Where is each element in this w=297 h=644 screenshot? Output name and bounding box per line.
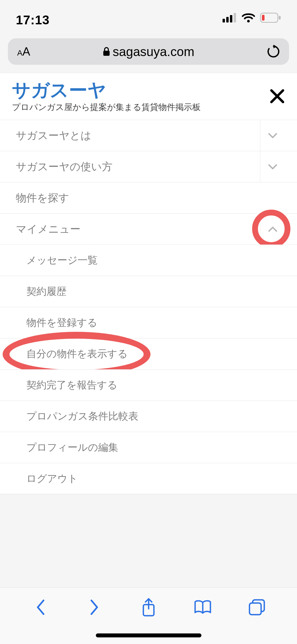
menu-item-mymenu[interactable]: マイメニュー	[0, 213, 297, 245]
brand-block[interactable]: サガスーヤ プロパンガス屋から提案が集まる賃貸物件掲示板	[12, 81, 201, 113]
address-domain: sagasuya.com	[113, 44, 195, 59]
submenu-item-edit-profile[interactable]: プロフィールの編集	[0, 432, 297, 463]
menu-label: サガスーヤとは	[16, 128, 91, 143]
nav-back-button[interactable]	[30, 597, 51, 618]
chevron-left-icon	[35, 599, 46, 616]
svg-rect-8	[103, 51, 110, 56]
share-icon	[141, 598, 156, 617]
status-time: 17:13	[16, 13, 50, 27]
page-header: サガスーヤ プロパンガス屋から提案が集まる賃貸物件掲示板	[0, 73, 297, 120]
submenu-label: 自分の物件を表示する	[26, 347, 128, 361]
svg-rect-11	[249, 603, 261, 615]
menu-item-about[interactable]: サガスーヤとは	[0, 120, 297, 151]
address-url[interactable]: sagasuya.com	[103, 44, 195, 59]
svg-rect-0	[223, 19, 225, 22]
submenu-label: 物件を登録する	[26, 316, 97, 329]
tabs-icon	[248, 599, 265, 616]
book-icon	[194, 600, 212, 615]
svg-point-4	[247, 20, 250, 22]
page-content: サガスーヤ プロパンガス屋から提案が集まる賃貸物件掲示板 サガスーヤとは サガス…	[0, 73, 297, 494]
svg-rect-6	[262, 15, 265, 21]
home-indicator[interactable]	[96, 633, 201, 637]
chevron-up-icon	[268, 226, 277, 232]
submenu-item-logout[interactable]: ログアウト	[0, 463, 297, 494]
submenu-label: メッセージ一覧	[26, 254, 98, 267]
submenu-item-show-my-properties[interactable]: 自分の物件を表示する	[0, 338, 297, 369]
submenu-label: ログアウト	[26, 472, 78, 485]
ios-status-bar: 17:13	[0, 0, 297, 36]
mymenu-submenu: メッセージ一覧 契約履歴 物件を登録する 自分の物件を表示する 契約完了を報告す…	[0, 245, 297, 494]
close-menu-button[interactable]	[269, 86, 285, 108]
bookmarks-button[interactable]	[192, 597, 213, 618]
expand-toggle[interactable]	[260, 214, 285, 245]
cellular-signal-icon	[223, 13, 237, 22]
submenu-item-lpgas-comparison[interactable]: プロパンガス条件比較表	[0, 401, 297, 432]
submenu-label: プロフィールの編集	[26, 441, 118, 454]
tabs-button[interactable]	[246, 597, 267, 618]
svg-rect-3	[234, 13, 236, 22]
submenu-item-register-property[interactable]: 物件を登録する	[0, 307, 297, 338]
nav-forward-button[interactable]	[84, 597, 105, 618]
submenu-label: 契約履歴	[26, 285, 67, 298]
reader-text-size-button[interactable]: AA	[17, 45, 30, 58]
expand-toggle[interactable]	[260, 120, 285, 151]
chevron-down-icon	[268, 164, 277, 170]
expand-toggle[interactable]	[260, 151, 285, 182]
reload-button[interactable]	[267, 45, 280, 58]
menu-item-search-properties[interactable]: 物件を探す	[0, 182, 297, 213]
submenu-label: 契約完了を報告する	[26, 378, 117, 392]
brand-title: サガスーヤ	[12, 81, 201, 99]
wifi-icon	[242, 13, 255, 23]
status-right-cluster	[223, 13, 281, 23]
svg-rect-7	[279, 16, 281, 20]
menu-label: 物件を探す	[16, 191, 69, 205]
submenu-label: プロパンガス条件比較表	[26, 410, 138, 423]
device-frame: 17:13 AA sagasuya.com	[0, 0, 297, 644]
menu-label: サガスーヤの使い方	[16, 159, 112, 174]
chevron-right-icon	[89, 599, 100, 616]
menu-label: マイメニュー	[16, 222, 81, 236]
submenu-item-contract-history[interactable]: 契約履歴	[0, 276, 297, 307]
safari-address-bar[interactable]: AA sagasuya.com	[8, 38, 289, 65]
submenu-item-messages[interactable]: メッセージ一覧	[0, 245, 297, 276]
brand-subtitle: プロパンガス屋から提案が集まる賃貸物件掲示板	[12, 102, 201, 113]
lock-icon	[103, 47, 110, 56]
chevron-down-icon	[268, 133, 277, 139]
menu-item-howto[interactable]: サガスーヤの使い方	[0, 151, 297, 182]
svg-rect-1	[226, 17, 229, 22]
battery-low-icon	[260, 13, 281, 23]
share-button[interactable]	[138, 597, 159, 618]
submenu-item-report-contract-complete[interactable]: 契約完了を報告する	[0, 369, 297, 401]
svg-rect-2	[230, 15, 232, 22]
